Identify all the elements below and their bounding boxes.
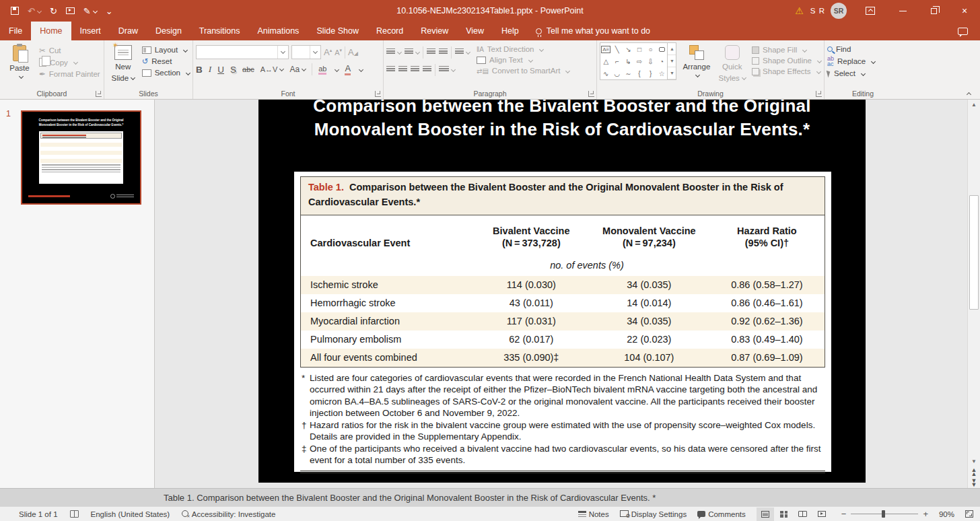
tab-design[interactable]: Design (147, 22, 190, 40)
paragraph-dialog-launcher[interactable] (588, 91, 594, 97)
align-center-button[interactable] (398, 66, 407, 74)
tell-me-box[interactable]: Tell me what you want to do (528, 22, 658, 40)
right-arrow-shape-icon[interactable]: ⇨ (637, 58, 642, 65)
shapes-scroll-up[interactable]: ▲ (668, 43, 676, 55)
section-button[interactable]: Section (142, 69, 190, 77)
redo-icon[interactable]: ↻ (50, 6, 57, 16)
curve-shape-icon[interactable]: ∼ (625, 70, 631, 77)
slide[interactable]: Comparison between the Bivalent Booster … (258, 100, 866, 483)
pen-mode-icon[interactable]: ✎ (83, 6, 97, 16)
vertical-scrollbar[interactable]: ▲ ▼ ▲▲ ▼▼ (967, 100, 980, 488)
shape-fill-button[interactable]: Shape Fill (752, 46, 821, 54)
scribble-shape-icon[interactable]: ∿ (603, 70, 608, 77)
character-spacing-button[interactable]: A↔V (260, 65, 284, 73)
convert-smartart-button[interactable]: ⇄▤Convert to SmartArt (477, 67, 569, 75)
ribbon-display-options-button[interactable] (856, 0, 887, 22)
clipboard-dialog-launcher[interactable] (96, 91, 102, 97)
reset-button[interactable]: ↺Reset (142, 57, 190, 66)
text-direction-button[interactable]: ‖AText Direction (477, 45, 569, 53)
increase-font-size-button[interactable]: A▴ (324, 47, 332, 57)
font-dialog-launcher[interactable] (375, 91, 381, 97)
tab-animations[interactable]: Animations (249, 22, 308, 40)
find-button[interactable]: Find (827, 45, 899, 53)
elbow-arrow-shape-icon[interactable]: ↳ (625, 58, 631, 65)
zoom-level[interactable]: 90% (939, 510, 954, 518)
select-button[interactable]: Select (827, 69, 899, 77)
close-button[interactable]: × (949, 0, 980, 22)
slide-sorter-view-button[interactable] (775, 508, 793, 521)
scroll-down-button[interactable]: ▼ (968, 456, 980, 466)
oval-shape-icon[interactable]: ○ (649, 46, 653, 53)
customize-qat-icon[interactable]: ⌄ (106, 6, 113, 16)
underline-button[interactable]: U (217, 65, 224, 75)
comments-button[interactable]: Comments (697, 510, 746, 518)
collapse-ribbon-button[interactable] (965, 88, 971, 96)
tab-slide-show[interactable]: Slide Show (308, 22, 368, 40)
shapes-gallery[interactable]: A≡ ╲ ↘ □ ○ △ ⌐ ↳ ⇨ ⇩ ◔ ∿ ◡ ∼ { } (600, 42, 676, 80)
tab-file[interactable]: File (0, 22, 31, 40)
notes-pane[interactable]: Table 1. Comparison between the Bivalent… (0, 488, 980, 506)
columns-button[interactable] (439, 66, 455, 74)
tab-help[interactable]: Help (493, 22, 528, 40)
undo-icon[interactable]: ↶ (28, 6, 41, 16)
spell-check-icon[interactable] (70, 510, 79, 518)
justify-button[interactable] (423, 66, 431, 74)
new-slide-button[interactable]: New Slide (107, 42, 139, 88)
next-slide-button[interactable]: ▼▼ (971, 477, 977, 488)
slideshow-view-button[interactable] (813, 508, 831, 521)
shape-effects-button[interactable]: Shape Effects (752, 67, 821, 75)
copy-button[interactable]: Copy (39, 58, 100, 67)
arrow-shape-icon[interactable]: ↘ (625, 46, 631, 53)
rectangle-shape-icon[interactable]: □ (637, 46, 641, 53)
zoom-slider[interactable] (851, 514, 918, 515)
slide-canvas[interactable]: Comparison between the Bivalent Booster … (155, 100, 967, 488)
clear-formatting-button[interactable]: A◢ (348, 47, 358, 57)
avatar[interactable]: SR (831, 3, 847, 19)
bold-button[interactable]: B (196, 65, 203, 75)
right-brace-shape-icon[interactable]: } (650, 70, 652, 77)
star-shape-icon[interactable]: ☆ (659, 70, 665, 77)
display-settings-button[interactable]: Display Settings (620, 510, 687, 518)
nejm-table-image[interactable]: Table 1. Comparison between the Bivalent… (294, 172, 831, 472)
decrease-font-size-button[interactable]: A▾ (335, 48, 342, 57)
previous-slide-button[interactable]: ▲▲ (971, 466, 977, 477)
left-brace-shape-icon[interactable]: { (638, 70, 640, 77)
normal-view-button[interactable] (757, 508, 774, 521)
tab-draw[interactable]: Draw (110, 22, 147, 40)
fit-to-window-button[interactable] (965, 510, 973, 518)
decrease-indent-button[interactable] (427, 48, 435, 57)
slide-thumbnail[interactable]: Comparison between the Bivalent Booster … (21, 110, 141, 205)
reading-view-button[interactable] (794, 508, 812, 521)
align-left-button[interactable] (386, 66, 395, 74)
ribbon-comments-button[interactable] (958, 22, 968, 40)
highlight-color-button[interactable]: ab (318, 65, 326, 75)
textbox-shape-icon[interactable]: A≡ (601, 46, 610, 53)
tab-review[interactable]: Review (412, 22, 457, 40)
zoom-slider-thumb[interactable] (882, 510, 885, 518)
zoom-out-button[interactable]: − (841, 509, 847, 519)
tab-view[interactable]: View (457, 22, 493, 40)
format-painter-button[interactable]: ✒Format Painter (39, 69, 100, 79)
warning-icon[interactable]: ⚠ (795, 5, 804, 16)
elbow-shape-icon[interactable]: ⌐ (615, 58, 619, 65)
strikethrough-button[interactable]: abc (242, 65, 254, 73)
pie-shape-icon[interactable]: ◔ (660, 58, 664, 65)
down-arrow-shape-icon[interactable]: ⇩ (648, 58, 653, 65)
layout-button[interactable]: Layout (142, 46, 190, 54)
shapes-more-button[interactable]: ▼ (668, 67, 676, 79)
slide-title[interactable]: Comparison between the Bivalent Booster … (258, 100, 866, 141)
rounded-rectangle-shape-icon[interactable] (659, 47, 665, 52)
replace-button[interactable]: abacReplace (827, 56, 899, 67)
save-icon[interactable] (11, 7, 19, 15)
accessibility-button[interactable]: Accessibility: Investigate (182, 510, 275, 518)
zoom-in-button[interactable]: + (923, 509, 928, 519)
align-text-button[interactable]: Align Text (477, 56, 569, 64)
font-name-combo[interactable] (196, 45, 289, 59)
shape-outline-button[interactable]: Shape Outline (752, 57, 821, 65)
scroll-up-button[interactable]: ▲ (968, 100, 980, 110)
cut-button[interactable]: ✂Cut (39, 46, 100, 55)
increase-indent-button[interactable] (439, 48, 448, 57)
italic-button[interactable]: I (209, 64, 212, 75)
line-shape-icon[interactable]: ╲ (615, 46, 619, 53)
bullets-button[interactable] (386, 48, 401, 57)
